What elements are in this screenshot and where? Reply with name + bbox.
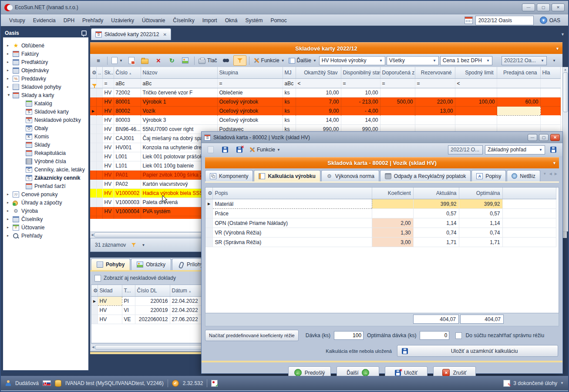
dialog-tab[interactable]: Popisy [471, 170, 506, 181]
tab-close-icon[interactable]: ✕ [163, 32, 166, 37]
column-header[interactable]: Skupina [217, 67, 283, 79]
tasks-dropdown-icon[interactable]: ▼ [560, 381, 564, 385]
dialog-tab[interactable]: Komponenty [205, 170, 253, 181]
sidebar-item[interactable]: Sklady [3, 141, 88, 149]
sidebar-item[interactable]: ▸ Číselníky [3, 215, 88, 223]
column-header[interactable]: Sk... [102, 67, 114, 79]
pin-icon[interactable] [81, 30, 87, 36]
nonstock-checkbox[interactable] [94, 275, 101, 281]
column-header[interactable]: Aktuálna [413, 188, 459, 199]
menu-item[interactable]: Prehľady [78, 16, 107, 25]
oas-button[interactable]: ▼ OAS [536, 17, 564, 24]
more-menu-button[interactable]: Ďalšie▼ [287, 56, 318, 65]
menu-item[interactable]: Evidencia [29, 16, 60, 25]
menu-item[interactable]: Číselníky [169, 16, 198, 25]
refresh-button[interactable]: ↻ [166, 56, 178, 65]
filter-cell[interactable] [540, 79, 561, 88]
table-row[interactable]: HV 80003 Výrobok 3 Oceľový výrobok ks 14… [90, 116, 561, 125]
filter-cell[interactable]: = [217, 79, 283, 88]
tree-expander-icon[interactable]: ▸ [7, 209, 13, 213]
sidebar-item[interactable]: Katalóg [3, 99, 88, 107]
sidebar-item[interactable]: Cenníky, akcie, letáky [3, 165, 88, 174]
sidebar-item[interactable]: ▼ Sklady a karty [3, 91, 88, 99]
tree-expander-icon[interactable]: ▸ [7, 60, 13, 64]
tree-expander-icon[interactable]: ▸ [7, 77, 13, 80]
view-select[interactable]: Základný pohľad▼ [485, 145, 545, 154]
column-header[interactable]: Optimálna [459, 188, 502, 199]
tree-expander-icon[interactable]: ▸ [7, 201, 13, 204]
period-select[interactable]: 2022/12 Oa...▼ [502, 56, 547, 65]
sidebar-item[interactable]: ▸ Faktúry [3, 50, 88, 58]
sidebar-item[interactable]: ▸ Skladové pohyby [3, 83, 88, 91]
table-row[interactable]: OPN (Ostatné Priame Náklady) 2,00 1,14 1… [205, 218, 556, 228]
menu-item[interactable]: Import [199, 16, 221, 25]
sidebar-item[interactable]: Rekapitulácia [3, 149, 88, 157]
load-coefficients-button[interactable]: Načítať preddefinované koeficienty réžie [205, 330, 299, 341]
calc-settings-icon[interactable]: ⚙ [205, 188, 212, 199]
functions-menu-button[interactable]: Funkcie▼ [252, 56, 286, 65]
column-header[interactable]: Predajná cena [497, 67, 540, 79]
dialog-save-button[interactable] [219, 145, 231, 154]
sidebar-item[interactable]: Obaly [3, 124, 88, 132]
detail-tab[interactable]: Pohyby [91, 258, 130, 270]
price-select[interactable]: Cena 1 bez DPH▼ [440, 56, 492, 65]
sidebar-item[interactable]: ▸ Prehľady [3, 231, 88, 240]
dialog-header-caret-icon[interactable]: ▼ [552, 161, 556, 165]
column-header[interactable]: Disponibilný stav [341, 67, 380, 79]
dialog-new-button[interactable] [205, 145, 217, 154]
column-header[interactable]: Sklad [98, 285, 122, 297]
menu-item[interactable]: Vstupy [5, 16, 29, 25]
stock-filter-select[interactable]: Všetky▼ [387, 56, 439, 65]
filter-cell[interactable]: < [296, 79, 341, 88]
tree-expander-icon[interactable]: ▸ [7, 234, 13, 238]
tree-expander-icon[interactable]: ▸ [7, 52, 13, 56]
period-input[interactable]: 2022/12 Oasis [475, 16, 534, 25]
table-row[interactable]: SR (Správna Réžia) 3,00 1,71 1,71 [205, 238, 556, 247]
filter-cell[interactable]: = [415, 79, 455, 88]
table-row[interactable]: ▶ Materiál 399,92 399,92 [205, 199, 556, 209]
filter-cell[interactable]: = [380, 79, 415, 88]
tree-expander-icon[interactable]: ▸ [7, 44, 13, 47]
sidebar-item[interactable]: Neskladové položky [3, 116, 88, 124]
column-header[interactable]: Koeficient [372, 188, 413, 199]
column-header[interactable]: Názov [141, 67, 217, 79]
tab-skladove-karty[interactable]: Skladové karty 2022/12 ✕ [91, 28, 171, 40]
sidebar-item[interactable]: ▸ Účtovanie [3, 223, 88, 231]
movements-settings-icon[interactable]: ⚙ [91, 285, 98, 297]
column-header[interactable]: Číslo▲ [114, 67, 141, 79]
save-lock-button[interactable]: Uložiť a uzamknúť kalkuláciu [397, 345, 558, 357]
dialog-tab[interactable]: Odpady a Recyklačný poplatok [380, 170, 471, 181]
minimize-button[interactable]: — [522, 3, 535, 11]
product-type-select[interactable]: HV Hotové výrobky▼ [319, 56, 385, 65]
column-header[interactable]: Dátum▲ [170, 285, 204, 297]
sidebar-item[interactable]: ▸ Objednávky [3, 66, 88, 74]
sidebar-item[interactable]: Zákaznícky cenník [3, 174, 88, 182]
sidebar-item[interactable]: ▸ Obľúbené [3, 41, 88, 50]
column-header[interactable]: Hla [540, 67, 561, 79]
sidebar-item[interactable]: Výrobné čísla [3, 157, 88, 165]
menu-item[interactable]: Systém [241, 16, 266, 25]
menu-item[interactable]: Pomoc [266, 16, 290, 25]
slovak-flag-icon[interactable] [43, 380, 51, 386]
tree-expander-icon[interactable]: ▸ [7, 217, 13, 221]
filter-cell[interactable]: = [341, 79, 380, 88]
records-filter-icon[interactable] [131, 243, 136, 247]
column-header[interactable]: Rezervované [415, 67, 455, 79]
column-header[interactable] [502, 188, 556, 199]
sidebar-item[interactable]: ▸ Výroba [3, 207, 88, 215]
tree-expander-icon[interactable]: ▸ [7, 225, 13, 229]
column-header[interactable]: Číslo DL [135, 285, 170, 297]
sidebar-item[interactable]: ▸ Preddavky [3, 74, 88, 83]
menu-item[interactable]: Okná [221, 16, 242, 25]
new-record-button[interactable]: ▼ [110, 56, 124, 65]
tab-scroll-controls[interactable]: ▼ ◀ ▶ [543, 172, 557, 178]
layout-menu-button[interactable]: ≡ [92, 56, 104, 65]
table-row[interactable]: Práce 0,57 0,57 [205, 209, 556, 218]
exclude-overhead-checkbox[interactable] [455, 332, 462, 339]
sidebar-item[interactable]: Komis [3, 132, 88, 141]
tree-expander-icon[interactable]: ▸ [7, 85, 13, 89]
sidebar-item[interactable]: Skladové karty [3, 107, 88, 116]
delete-record-button[interactable]: ✕ [152, 56, 165, 65]
column-header[interactable]: Spodný limit [455, 67, 497, 79]
batch-input[interactable] [334, 331, 364, 340]
